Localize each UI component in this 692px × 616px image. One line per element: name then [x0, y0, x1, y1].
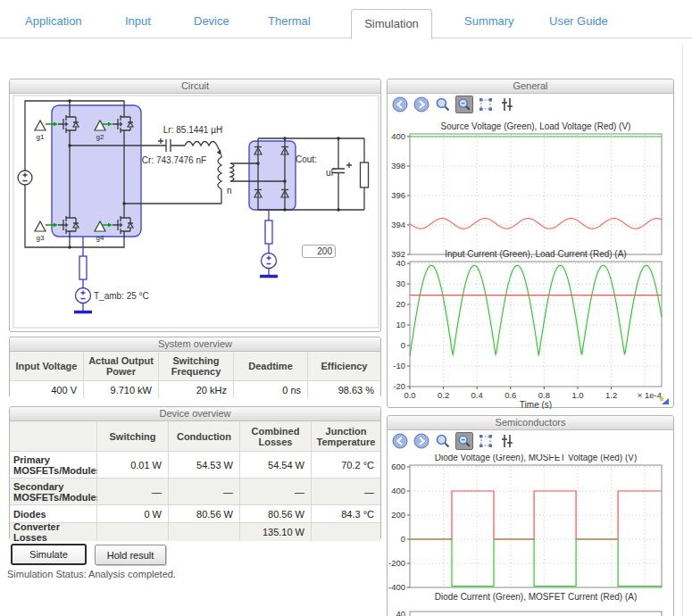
- gate-label-g4: g4: [96, 234, 104, 242]
- tabbar-divider: [0, 37, 692, 38]
- svg-text:Time (s): Time (s): [520, 400, 552, 409]
- table-row: Converter Losses 135.10 W: [10, 523, 380, 541]
- device-overview-header-row: Switching Conduction Combined Losses Jun…: [10, 421, 380, 452]
- axes-settings-icon[interactable]: [498, 96, 516, 113]
- svg-text:40: 40: [396, 258, 405, 268]
- cell: 0 W: [97, 505, 169, 523]
- circuit-panel: Circuit: [9, 79, 381, 332]
- semiconductors-panel-title: Semiconductors: [388, 416, 673, 430]
- forward-icon[interactable]: [413, 96, 430, 113]
- cell: 80.56 W: [169, 505, 240, 523]
- svg-text:398: 398: [391, 161, 405, 171]
- tab-simulation[interactable]: Simulation: [351, 9, 432, 39]
- tab-input[interactable]: Input: [125, 14, 151, 28]
- lr-label: Lr: 85.1441 µH: [163, 125, 222, 135]
- row-label: Converter Losses: [10, 523, 97, 541]
- cout-unit-label: uF: [326, 168, 337, 178]
- back-icon[interactable]: [391, 432, 409, 450]
- semiconductors-charts-panel: Semiconductors Diode Voltage (Green), MO…: [387, 415, 674, 616]
- row-label: Diodes: [10, 505, 97, 523]
- cell: 84.3 °C: [312, 505, 380, 523]
- system-overview-panel: System overview Input Voltage Actual Out…: [9, 337, 381, 398]
- svg-text:400: 400: [391, 486, 405, 495]
- simulate-button[interactable]: Simulate: [11, 544, 87, 565]
- cout-input[interactable]: [302, 245, 336, 258]
- svg-text:-200: -200: [388, 558, 405, 568]
- turns-ratio-label: n: [227, 186, 232, 196]
- svg-text:10: 10: [396, 320, 405, 329]
- input-voltage-value: 400 V: [10, 381, 84, 398]
- row-label: Primary MOSFETs/Modules: [10, 452, 97, 479]
- svg-text:0.8: 0.8: [538, 390, 550, 400]
- cr-label: Cr: 743.7476 nF: [142, 155, 206, 165]
- svg-text:-400: -400: [388, 582, 405, 592]
- tab-device[interactable]: Device: [194, 14, 229, 28]
- tab-application[interactable]: Application: [25, 14, 82, 28]
- table-row: Primary MOSFETs/Modules 0.01 W 54.53 W 5…: [10, 452, 380, 479]
- table-row: Diodes 0 W 80.56 W 80.56 W 84.3 °C: [10, 505, 380, 523]
- svg-text:394: 394: [391, 220, 405, 229]
- zoom-out-icon[interactable]: [455, 432, 473, 450]
- device-overview-title: Device overview: [10, 407, 380, 421]
- column-header: Actual Output Power: [84, 352, 159, 381]
- gate-label-g3: g3: [37, 234, 45, 242]
- cell: 54.54 W: [240, 452, 312, 479]
- column-header: Efficiency: [308, 352, 380, 381]
- resize-handle-icon[interactable]: [660, 397, 670, 405]
- table-row: Secondary MOSFETs/Modules — — — —: [10, 479, 380, 505]
- column-header: Conduction: [169, 421, 240, 452]
- svg-text:400: 400: [391, 131, 405, 141]
- primary-bridge-highlight[interactable]: [52, 105, 141, 237]
- svg-text:600: 600: [391, 462, 405, 471]
- column-header: Deadtime: [234, 352, 308, 381]
- svg-text:40: 40: [396, 609, 405, 616]
- cell: 135.10 W: [240, 523, 312, 541]
- svg-text:Diode Current (Green), MOSFET: Diode Current (Green), MOSFET Current (R…: [435, 592, 638, 602]
- cell: [169, 523, 240, 541]
- svg-text:1.0: 1.0: [571, 390, 583, 400]
- cell: [97, 523, 169, 541]
- output-power-value: 9.710 kW: [84, 381, 159, 398]
- cell: —: [240, 479, 312, 505]
- load-resistor-symbol: [361, 162, 369, 187]
- circuit-diagram: Lr: 85.1441 µH Cr: 743.7476 nF n Cout: u…: [10, 93, 382, 332]
- zoom-in-icon[interactable]: [434, 96, 452, 113]
- content-right-divider: [682, 45, 683, 616]
- system-overview-value-row: 400 V 9.710 kW 20 kHz 0 ns 98.63 %: [10, 381, 380, 398]
- cell: 0.01 W: [97, 452, 169, 479]
- cell: 54.53 W: [169, 452, 240, 479]
- simulation-status-text: Simulation Status: Analysis completed.: [7, 569, 176, 579]
- tab-summary[interactable]: Summary: [464, 14, 514, 28]
- column-header: Combined Losses: [240, 421, 312, 452]
- switching-frequency-value: 20 kHz: [159, 381, 234, 398]
- back-icon[interactable]: [391, 96, 409, 113]
- axes-settings-icon[interactable]: [498, 432, 516, 450]
- cell: 80.56 W: [240, 505, 312, 523]
- tab-thermal[interactable]: Thermal: [268, 14, 311, 28]
- svg-text:Diode Voltage (Green), MOSFET: Diode Voltage (Green), MOSFET Voltage (R…: [435, 454, 638, 462]
- svg-text:Input Current (Green), Load Cu: Input Current (Green), Load Current (Red…: [445, 249, 626, 259]
- hold-result-button[interactable]: Hold result: [95, 545, 166, 565]
- zoom-rect-icon[interactable]: [477, 432, 495, 450]
- dc-source-symbol: [18, 171, 32, 185]
- svg-text:0.2: 0.2: [438, 390, 449, 400]
- svg-text:Source Voltage (Green), Load V: Source Voltage (Green), Load Voltage (Re…: [441, 121, 631, 131]
- general-charts-panel: General Source Voltage (Green), Load Vol…: [387, 79, 674, 408]
- forward-icon[interactable]: [413, 432, 430, 450]
- svg-text:× 1e-4: × 1e-4: [638, 390, 662, 400]
- column-header: Junction Temperature: [312, 421, 380, 452]
- gate-label-g2: g2: [96, 133, 104, 141]
- tab-user-guide[interactable]: User Guide: [549, 14, 608, 28]
- efficiency-value: 98.63 %: [308, 381, 380, 398]
- row-label: Secondary MOSFETs/Modules: [10, 479, 97, 505]
- zoom-in-icon[interactable]: [434, 432, 452, 450]
- svg-text:30: 30: [396, 279, 405, 288]
- deadtime-value: 0 ns: [234, 381, 308, 398]
- general-panel-title: General: [388, 79, 673, 94]
- zoom-rect-icon[interactable]: [477, 96, 495, 113]
- semiconductor-charts: Diode Voltage (Green), MOSFET Voltage (R…: [388, 454, 675, 616]
- zoom-out-icon[interactable]: [455, 96, 473, 113]
- cell: 70.2 °C: [312, 452, 380, 479]
- svg-text:200: 200: [391, 510, 405, 520]
- svg-text:0: 0: [401, 534, 405, 544]
